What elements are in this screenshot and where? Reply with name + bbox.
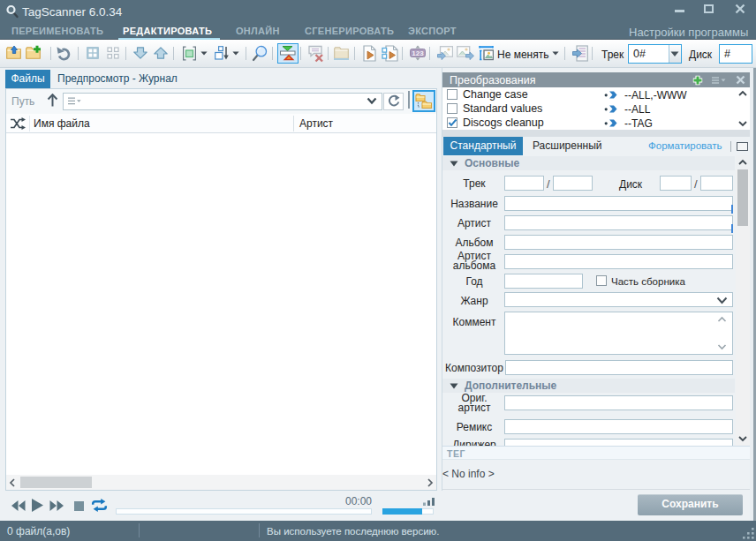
svg-text:123: 123 (412, 49, 424, 57)
